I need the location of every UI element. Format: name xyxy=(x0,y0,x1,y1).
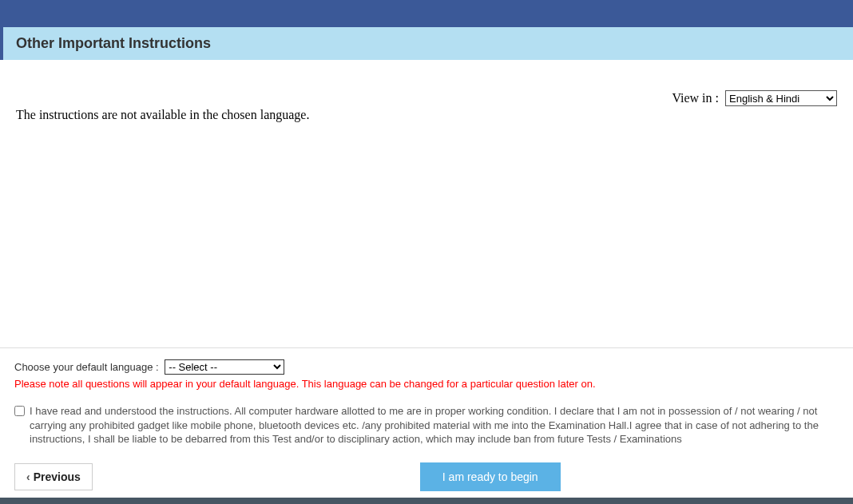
button-row: ‹ Previous I am ready to begin xyxy=(14,462,839,491)
bottom-panel: Choose your default language : -- Select… xyxy=(0,347,853,491)
previous-button-label: Previous xyxy=(34,470,81,483)
agreement-text: I have read and understood the instructi… xyxy=(30,404,839,446)
previous-button[interactable]: ‹ Previous xyxy=(14,463,93,490)
default-language-select[interactable]: -- Select -- xyxy=(165,359,284,375)
footer-bar xyxy=(0,498,853,504)
page-title: Other Important Instructions xyxy=(16,35,840,52)
chevron-left-icon: ‹ xyxy=(26,470,30,483)
language-row: Choose your default language : -- Select… xyxy=(14,359,839,375)
top-header-bar xyxy=(0,0,853,27)
view-in-container: View in : English & Hindi xyxy=(672,90,837,106)
language-note: Please note all questions will appear in… xyxy=(14,378,839,390)
content-area: View in : English & Hindi The instructio… xyxy=(0,60,853,347)
view-in-select[interactable]: English & Hindi xyxy=(725,90,837,106)
agreement-row: I have read and understood the instructi… xyxy=(14,404,839,446)
begin-button[interactable]: I am ready to begin xyxy=(420,462,561,491)
instructions-message: The instructions are not available in th… xyxy=(16,108,837,122)
page-header: Other Important Instructions xyxy=(0,27,853,60)
agreement-checkbox[interactable] xyxy=(14,406,25,416)
default-language-label: Choose your default language : xyxy=(14,361,161,373)
view-in-label: View in : xyxy=(672,91,722,105)
